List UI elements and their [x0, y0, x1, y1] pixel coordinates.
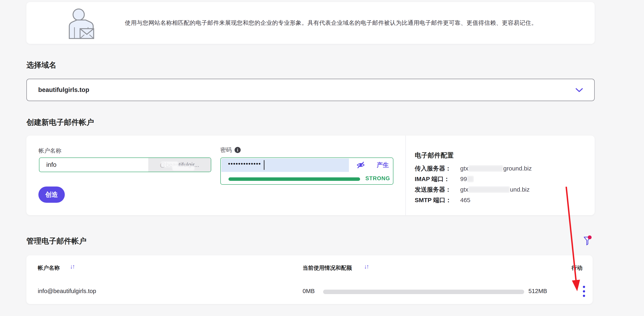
imap-port-label: IMAP 端口：: [415, 175, 460, 183]
account-email-cell: info@beautifulgirls.top: [38, 288, 96, 295]
smtp-port-label: SMTP 端口：: [415, 196, 460, 204]
create-account-title: 创建新电子邮件帐户: [26, 117, 94, 127]
choose-domain-title: 选择域名: [26, 60, 56, 70]
account-domain-suffix: @beautifulgir...: [148, 158, 211, 172]
divider: [405, 136, 406, 215]
incoming-server-label: 传入服务器：: [415, 164, 460, 173]
smtp-port-value: 465: [460, 197, 470, 203]
outgoing-server-row: 发送服务器：gtxund.biz: [415, 186, 530, 194]
generate-password-link[interactable]: 产生: [377, 161, 389, 169]
account-name-input[interactable]: info @beautifulgir...: [39, 157, 211, 172]
password-input[interactable]: ••••••••••••• 产生 STRONG: [220, 157, 394, 185]
redaction-patch: [172, 166, 194, 170]
incoming-server-value-suffix: ground.biz: [503, 165, 532, 172]
password-label: 密码: [220, 146, 232, 154]
outgoing-server-label: 发送服务器：: [415, 186, 460, 194]
usage-progress-bar: [323, 290, 524, 294]
create-account-card: 帐户名称 info @beautifulgir... 密码 i ••••••••…: [26, 136, 595, 215]
redaction-patch: [468, 186, 510, 193]
account-name-label: 帐户名称: [38, 147, 61, 155]
domain-select[interactable]: beautifulgirls.top: [26, 79, 595, 101]
imap-port-value: 99: [460, 176, 467, 182]
banner-description: 使用与您网站名称相匹配的电子邮件来展现您和您的企业的专业形象。具有代表企业域名的…: [125, 2, 590, 44]
chevron-down-icon: [576, 88, 583, 92]
column-header-account: 帐户名称: [38, 264, 60, 272]
sort-icon[interactable]: ↓↑: [70, 263, 74, 270]
eye-slash-icon[interactable]: [356, 161, 365, 169]
notification-dot: [588, 235, 592, 239]
selected-domain: beautifulgirls.top: [38, 86, 89, 94]
person-envelope-icon: [68, 8, 94, 39]
outgoing-server-value-suffix: und.biz: [510, 186, 530, 193]
password-strength-label: STRONG: [365, 175, 390, 182]
email-config-title: 电子邮件配置: [415, 151, 454, 160]
redaction-patch: [468, 165, 503, 172]
row-actions-menu-button[interactable]: [578, 285, 589, 300]
info-icon[interactable]: i: [234, 147, 241, 153]
filter-button[interactable]: [581, 234, 595, 247]
manage-accounts-title: 管理电子邮件帐户: [26, 236, 86, 246]
column-header-usage: 当前使用情况和配额: [302, 264, 352, 272]
redaction-patch: [467, 176, 474, 182]
column-header-actions: 行动: [572, 264, 582, 272]
usage-quota-cell: 512MB: [528, 288, 547, 295]
incoming-server-row: 传入服务器：gtxground.biz: [415, 164, 532, 173]
smtp-port-row: SMTP 端口：465: [415, 196, 470, 204]
password-masked-value: •••••••••••••: [228, 160, 261, 167]
create-button[interactable]: 创造: [38, 187, 65, 203]
password-strength-bar: [228, 177, 360, 181]
account-name-value: info: [46, 158, 56, 172]
kebab-dot: [583, 290, 585, 293]
kebab-dot: [583, 295, 585, 297]
email-intro-banner: 使用与您网站名称相匹配的电子邮件来展现您和您的企业的专业形象。具有代表企业域名的…: [26, 2, 595, 44]
sort-icon[interactable]: ↓↑: [364, 263, 368, 270]
imap-port-row: IMAP 端口：99: [415, 175, 474, 183]
email-accounts-table: 帐户名称 ↓↑ 当前使用情况和配额 ↓↑ 行动 info@beautifulgi…: [26, 255, 592, 304]
text-cursor: [264, 160, 264, 170]
kebab-dot: [583, 286, 585, 288]
usage-used-cell: 0MB: [302, 288, 315, 295]
incoming-server-value: gtx: [460, 165, 468, 172]
outgoing-server-value: gtx: [460, 186, 468, 193]
